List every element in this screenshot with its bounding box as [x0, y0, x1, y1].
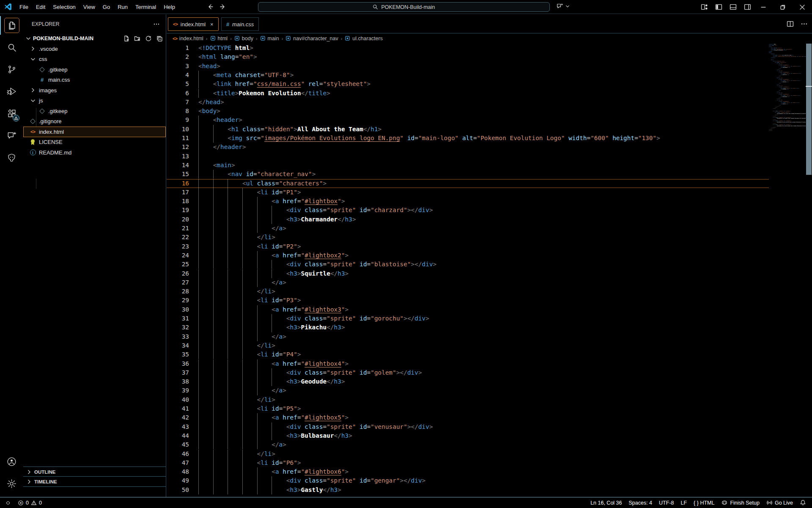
tab-index-html[interactable]: <>index.html× — [168, 17, 219, 31]
line-number[interactable]: 23 — [182, 242, 189, 251]
line-number[interactable]: 11 — [182, 134, 189, 143]
command-center[interactable]: POKEMON-Build-main — [258, 2, 550, 12]
line-number[interactable]: 50 — [182, 486, 189, 494]
menu-view[interactable]: View — [80, 2, 99, 12]
encoding[interactable]: UTF-8 — [656, 500, 677, 506]
line-number[interactable]: 41 — [182, 404, 189, 413]
line-number[interactable]: 13 — [182, 152, 189, 161]
problems-indicator[interactable]: 0 0 — [14, 500, 45, 506]
arrow-forward-icon[interactable] — [219, 3, 226, 10]
copilot-chat-button[interactable] — [556, 2, 570, 10]
minimap[interactable]: <!DOCTYPE html><html lang="en"><head> <m… — [769, 44, 806, 497]
more-actions-icon[interactable] — [153, 21, 160, 28]
line-number[interactable]: 40 — [182, 395, 189, 404]
close-window-button[interactable] — [793, 0, 812, 14]
tree-item-license[interactable]: LICENSE — [23, 137, 166, 148]
timeline-section-header[interactable]: TIMELINE — [23, 476, 166, 487]
breadcrumb-body[interactable]: body — [234, 36, 253, 41]
line-number[interactable]: 33 — [182, 332, 189, 341]
tab-main-css[interactable]: #main.css — [221, 17, 259, 31]
copilot-status[interactable]: Finish Setup — [718, 500, 763, 506]
restore-button[interactable] — [773, 0, 793, 14]
tree-item-readme.md[interactable]: iREADME.md — [23, 147, 166, 158]
toggle-primary-sidebar-icon[interactable] — [715, 3, 722, 11]
breadcrumb-ulcharacters[interactable]: ul.characters — [345, 36, 383, 41]
line-number[interactable]: 49 — [182, 476, 189, 485]
toggle-panel-icon[interactable] — [730, 3, 737, 11]
activitybar-run-debug[interactable] — [0, 80, 23, 102]
line-number[interactable]: 32 — [182, 323, 189, 332]
line-number[interactable]: 3 — [185, 62, 189, 71]
toggle-secondary-sidebar-icon[interactable] — [744, 3, 751, 11]
line-number[interactable]: 17 — [182, 188, 189, 197]
line-number[interactable]: 43 — [182, 422, 189, 431]
activitybar-search[interactable] — [0, 36, 23, 58]
line-number[interactable]: 22 — [182, 233, 189, 242]
line-number[interactable]: 38 — [182, 377, 189, 386]
activitybar-github[interactable] — [0, 146, 23, 168]
menu-run[interactable]: Run — [114, 2, 132, 12]
tree-item-css[interactable]: css — [23, 54, 166, 65]
activitybar-copilot-chat[interactable] — [0, 124, 23, 146]
line-number[interactable]: 18 — [182, 197, 189, 206]
language-mode[interactable]: { } HTML — [690, 500, 718, 506]
tree-item-images[interactable]: images — [23, 85, 166, 96]
line-number[interactable]: 10 — [182, 125, 189, 134]
line-number[interactable]: 45 — [182, 440, 189, 449]
outline-section-header[interactable]: OUTLINE — [23, 467, 166, 477]
new-file-icon[interactable] — [123, 35, 130, 42]
line-number[interactable]: 24 — [182, 251, 189, 260]
line-number[interactable]: 28 — [182, 287, 189, 296]
arrow-back-icon[interactable] — [207, 3, 214, 10]
line-number[interactable]: 35 — [182, 350, 189, 359]
line-number[interactable]: 7 — [185, 98, 189, 107]
line-number[interactable]: 29 — [182, 296, 189, 305]
line-number[interactable]: 5 — [185, 80, 189, 88]
line-number[interactable]: 26 — [182, 269, 189, 278]
line-number[interactable]: 9 — [185, 116, 189, 124]
tree-item-.gitkeep[interactable]: .gitkeep — [23, 64, 166, 75]
notifications[interactable] — [796, 500, 809, 506]
eol-sequence[interactable]: LF — [678, 500, 691, 506]
line-number[interactable]: 1 — [185, 44, 189, 52]
line-number[interactable]: 4 — [185, 71, 189, 80]
customize-layout-icon[interactable] — [701, 3, 708, 11]
line-number[interactable]: 37 — [182, 368, 189, 377]
line-number[interactable]: 16 — [182, 179, 189, 188]
line-number[interactable]: 15 — [182, 170, 189, 179]
menu-help[interactable]: Help — [160, 2, 179, 12]
folder-section-header[interactable]: POKEMON-BUILD-MAIN — [23, 33, 166, 44]
line-number[interactable]: 34 — [182, 341, 189, 350]
menu-go[interactable]: Go — [99, 2, 114, 12]
breadcrumb-indexhtml[interactable]: <>index.html — [173, 36, 203, 41]
indentation[interactable]: Spaces: 4 — [625, 500, 656, 506]
line-number[interactable]: 39 — [182, 386, 189, 395]
line-number[interactable]: 44 — [182, 431, 189, 440]
tree-item-.gitkeep[interactable]: .gitkeep — [23, 106, 166, 116]
remote-indicator[interactable] — [2, 500, 14, 506]
line-number[interactable]: 25 — [182, 260, 189, 269]
accounts-button[interactable] — [0, 450, 23, 472]
tree-item-.vscode[interactable]: .vscode — [23, 44, 166, 54]
menu-selection[interactable]: Selection — [49, 2, 79, 12]
line-number[interactable]: 36 — [182, 359, 189, 368]
breadcrumb-main[interactable]: main — [260, 36, 279, 41]
scrollbar-slider[interactable] — [806, 44, 812, 175]
activitybar-source-control[interactable] — [0, 58, 23, 80]
activitybar-explorer[interactable] — [0, 14, 23, 36]
menu-edit[interactable]: Edit — [32, 2, 49, 12]
line-number[interactable]: 14 — [182, 161, 189, 170]
line-number[interactable]: 31 — [182, 314, 189, 323]
settings-button[interactable] — [0, 472, 23, 494]
breadcrumb-html[interactable]: html — [210, 36, 228, 41]
line-number[interactable]: 6 — [185, 89, 189, 98]
line-number[interactable]: 8 — [185, 107, 189, 116]
tree-item-index.html[interactable]: <>index.html — [23, 127, 166, 137]
vertical-scrollbar[interactable] — [806, 44, 812, 497]
line-number[interactable]: 2 — [185, 52, 189, 61]
split-editor-icon[interactable] — [787, 20, 794, 28]
collapse-all-icon[interactable] — [156, 35, 163, 42]
code-editor[interactable]: 1234567891011121314151617181920212223242… — [167, 44, 812, 497]
line-number[interactable]: 48 — [182, 467, 189, 476]
refresh-icon[interactable] — [145, 35, 152, 42]
